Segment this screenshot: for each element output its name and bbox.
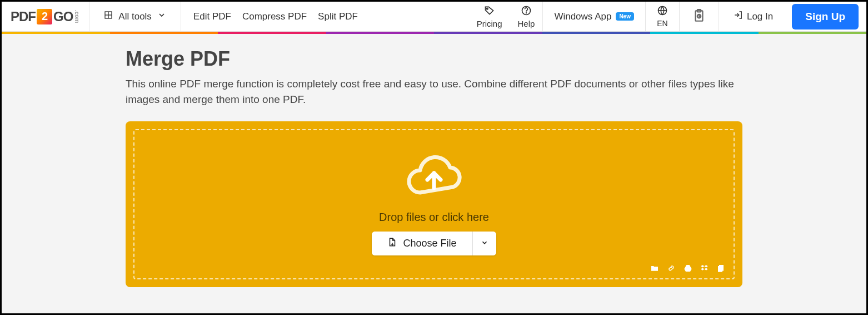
logo-com: .com — [74, 10, 80, 23]
file-dropzone[interactable]: Drop files or click here Choose File — [126, 121, 742, 287]
tool-compress-pdf[interactable]: Compress PDF — [242, 11, 307, 22]
login-button[interactable]: Log In — [719, 10, 787, 23]
dropzone-text: Drop files or click here — [379, 211, 489, 224]
dropbox-icon[interactable] — [700, 264, 709, 273]
help-icon — [521, 5, 532, 18]
pricing-link[interactable]: Pricing — [469, 2, 510, 31]
clipboard-history[interactable] — [680, 8, 719, 25]
logo-two: 2 — [37, 9, 52, 24]
page-title: Merge PDF — [126, 47, 742, 71]
clipboard-source-icon[interactable] — [717, 264, 726, 273]
all-tools-menu[interactable]: All tools — [89, 2, 181, 31]
logo-go: GO — [53, 9, 73, 24]
tool-split-pdf[interactable]: Split PDF — [318, 11, 358, 22]
choose-file-button[interactable]: Choose File — [372, 232, 472, 255]
google-drive-icon[interactable] — [684, 264, 692, 273]
rainbow-divider — [2, 32, 866, 34]
new-badge: New — [616, 12, 634, 21]
svg-point-3 — [486, 8, 488, 9]
logo-pdf: PDF — [11, 9, 36, 24]
language-label: EN — [657, 19, 667, 28]
help-label: Help — [518, 19, 535, 28]
language-selector[interactable]: EN — [646, 5, 679, 28]
grid-icon — [104, 11, 113, 22]
header: PDF 2 GO .com All tools Edit PDF Compres… — [2, 2, 866, 32]
clipboard-icon — [692, 15, 706, 24]
signup-button[interactable]: Sign Up — [792, 4, 859, 29]
link-icon[interactable] — [667, 264, 676, 273]
svg-rect-16 — [719, 267, 722, 272]
globe-icon — [657, 5, 668, 18]
svg-point-5 — [526, 12, 527, 13]
tag-icon — [484, 5, 495, 18]
windows-app-link[interactable]: Windows App New — [543, 11, 645, 22]
main-content: Merge PDF This online PDF merge function… — [2, 34, 866, 287]
page-subtitle: This online PDF merge function is comple… — [126, 76, 742, 107]
tool-edit-pdf[interactable]: Edit PDF — [193, 11, 231, 22]
choose-file-dropdown[interactable] — [473, 232, 496, 255]
login-label: Log In — [747, 11, 773, 22]
all-tools-label: All tools — [118, 11, 152, 22]
chevron-down-icon — [481, 239, 488, 248]
help-link[interactable]: Help — [510, 2, 543, 31]
folder-icon[interactable] — [650, 264, 659, 273]
file-add-icon — [387, 237, 397, 250]
login-icon — [734, 10, 744, 23]
chevron-down-icon — [157, 11, 166, 22]
cloud-upload-icon — [401, 154, 467, 203]
choose-file-label: Choose File — [403, 238, 456, 249]
tool-links: Edit PDF Compress PDF Split PDF — [181, 11, 370, 22]
windows-app-label: Windows App — [554, 11, 611, 22]
pricing-label: Pricing — [477, 19, 502, 28]
upload-source-icons — [650, 264, 726, 273]
choose-file-group: Choose File — [372, 232, 496, 255]
logo[interactable]: PDF 2 GO .com — [2, 2, 89, 31]
